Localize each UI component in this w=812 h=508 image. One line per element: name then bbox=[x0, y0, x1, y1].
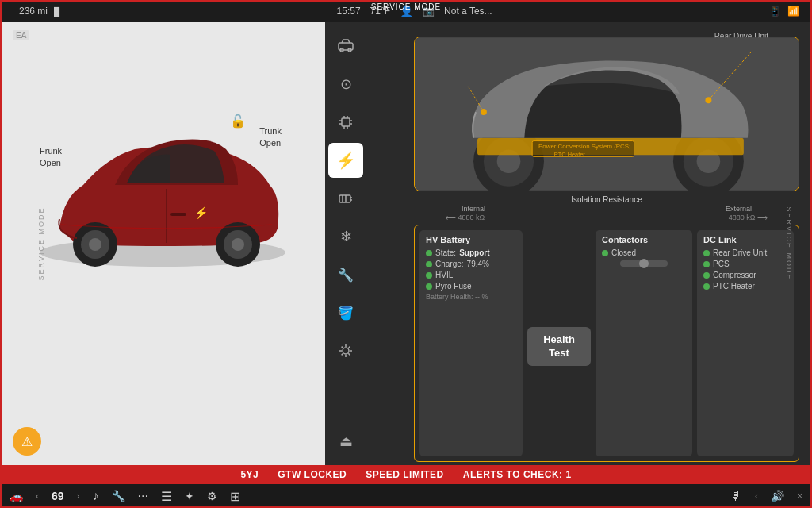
nav-snowflake[interactable]: ❄ bbox=[328, 219, 363, 254]
warning-button[interactable]: ⚠ bbox=[13, 427, 41, 456]
external-label: External bbox=[726, 205, 752, 213]
status-bar-left: SERVICE MODE 236 mi █ bbox=[13, 6, 59, 17]
diagram-area: Rear Drive Unit Compressor bbox=[366, 22, 812, 465]
taskbar-music-icon[interactable]: ♪ bbox=[93, 489, 99, 503]
state-label: State: bbox=[435, 248, 456, 257]
left-panel: SERVICE MODE EA bbox=[0, 22, 325, 465]
internal-value: ⟵ 4880 kΩ bbox=[446, 214, 485, 221]
nav-steering[interactable]: ⊙ bbox=[328, 67, 363, 102]
service-mode-top: SERVICE MODE bbox=[371, 2, 442, 11]
wifi-icon: 📶 bbox=[787, 6, 799, 17]
charge-value: 79.4% bbox=[467, 260, 489, 268]
nav-logout[interactable]: ⏏ bbox=[328, 424, 363, 459]
nav-power-active[interactable]: ⚡ bbox=[328, 143, 363, 178]
taskbar-list-icon[interactable]: ☰ bbox=[161, 489, 172, 504]
main-content: SERVICE MODE EA bbox=[0, 22, 812, 465]
charge-dot bbox=[426, 261, 432, 267]
taskbar-star-icon[interactable]: ✦ bbox=[185, 490, 194, 502]
dc-rear-label: Rear Drive Unit bbox=[713, 248, 767, 257]
dc-ptc-dot bbox=[703, 283, 710, 290]
right-panel: ⊙ ⚡ ❄ 🔧 🪣 ⏏ Rear Drive Unit Compressor bbox=[325, 22, 812, 465]
charge-row: Charge: 79.4% bbox=[426, 260, 516, 268]
nav-battery[interactable] bbox=[328, 181, 363, 216]
taskbar: 🚗 ‹ 69 › ♪ 🔧 ··· ☰ ✦ ⚙ ⊞ 🎙 ‹ 🔊 × bbox=[0, 484, 812, 508]
taskbar-settings-icon[interactable]: ⚙ bbox=[207, 490, 217, 502]
pyro-dot bbox=[426, 283, 432, 290]
svg-text:⚡: ⚡ bbox=[194, 206, 209, 220]
range-display: 236 mi bbox=[19, 6, 48, 17]
taskbar-grid-icon[interactable]: ⊞ bbox=[230, 489, 240, 504]
taskbar-podcast-icon[interactable]: 🎙 bbox=[730, 489, 742, 503]
dc-link-panel: DC Link Rear Drive Unit PCS Compressor bbox=[697, 230, 794, 456]
svg-rect-22 bbox=[339, 195, 350, 202]
closed-label: Closed bbox=[611, 248, 636, 257]
dc-comp-dot bbox=[703, 272, 710, 279]
nav-chip[interactable] bbox=[328, 105, 363, 140]
pyro-label: Pyro Fuse bbox=[435, 282, 472, 291]
dc-pcs-dot bbox=[703, 261, 710, 267]
taskbar-vol-left[interactable]: ‹ bbox=[755, 491, 758, 502]
nav-car[interactable] bbox=[328, 29, 363, 64]
trunk-open-label: Trunk Open bbox=[259, 125, 282, 150]
taskbar-vol-right[interactable]: × bbox=[797, 491, 802, 502]
taskbar-left-arrow[interactable]: ‹ bbox=[36, 491, 39, 502]
nav-wrench[interactable]: 🔧 bbox=[328, 257, 363, 292]
side-nav: ⊙ ⚡ ❄ 🔧 🪣 ⏏ bbox=[325, 22, 366, 465]
car-diagram-svg: Power Conversion System (PCS; PTC Heater bbox=[415, 37, 799, 190]
vin-display: 5YJ bbox=[240, 469, 259, 480]
gtw-locked-label: GTW LOCKED bbox=[278, 469, 347, 480]
taskbar-car-icon[interactable]: 🚗 bbox=[10, 490, 23, 502]
svg-text:PTC Heater: PTC Heater bbox=[554, 151, 586, 158]
taskbar-wrench-icon[interactable]: 🔧 bbox=[112, 490, 125, 502]
status-bar-right: 📱 📶 bbox=[769, 6, 799, 17]
battery-display: █ bbox=[54, 7, 59, 16]
charge-label: Charge: bbox=[435, 260, 464, 268]
svg-point-6 bbox=[232, 238, 244, 251]
svg-point-39 bbox=[481, 109, 487, 115]
svg-point-3 bbox=[89, 238, 102, 251]
contactors-panel: Contactors Closed bbox=[596, 230, 692, 456]
info-panels-container: HV Battery State: Support Charge: 79.4% … bbox=[414, 225, 799, 462]
taskbar-menu-icon[interactable]: ··· bbox=[138, 489, 148, 503]
isolation-title: Isolation Resistance bbox=[414, 195, 799, 204]
hvil-label: HVIL bbox=[435, 271, 453, 279]
alerts-label: ALERTS TO CHECK: 1 bbox=[463, 469, 572, 480]
isolation-values-row: ⟵ 4880 kΩ 4880 kΩ ⟶ bbox=[414, 214, 799, 221]
tablet-icon: 📱 bbox=[769, 6, 781, 17]
dc-comp-row: Compressor bbox=[703, 271, 787, 279]
health-test-button[interactable]: Health Test bbox=[527, 327, 591, 367]
svg-text:Power Conversion System (PCS;: Power Conversion System (PCS; bbox=[538, 143, 630, 150]
car-diagram-box: Power Conversion System (PCS; PTC Heater bbox=[414, 37, 799, 191]
service-mode-right-label: SERVICE MODE bbox=[786, 207, 794, 281]
svg-rect-13 bbox=[342, 118, 350, 126]
battery-health-label: Battery Health: -- % bbox=[426, 293, 516, 301]
dc-link-title: DC Link bbox=[703, 235, 787, 244]
service-mode-left-label: SERVICE MODE bbox=[37, 207, 45, 281]
time-display: 15:57 bbox=[337, 6, 361, 17]
nav-bucket[interactable]: 🪣 bbox=[328, 295, 363, 330]
lock-icon: 🔓 bbox=[230, 114, 246, 129]
warning-icon: ⚠ bbox=[21, 434, 33, 449]
taskbar-vol-icon[interactable]: 🔊 bbox=[771, 490, 784, 502]
pyro-row: Pyro Fuse bbox=[426, 282, 516, 291]
dc-comp-label: Compressor bbox=[713, 271, 756, 279]
state-row: State: Support bbox=[426, 248, 516, 257]
not-tesla-label: Not a Tes... bbox=[444, 6, 492, 17]
ea-label: EA bbox=[13, 30, 29, 40]
taskbar-number: 69 bbox=[52, 490, 64, 502]
dc-rear-row: Rear Drive Unit bbox=[703, 248, 787, 257]
hv-battery-title: HV Battery bbox=[426, 235, 516, 244]
car-illustration: ⚡ bbox=[12, 70, 313, 332]
slider-thumb bbox=[639, 259, 649, 268]
closed-row: Closed bbox=[602, 248, 686, 257]
dc-ptc-label: PTC Heater bbox=[713, 282, 755, 291]
isolation-sub-row: Internal External bbox=[414, 205, 799, 213]
svg-rect-8 bbox=[170, 213, 186, 216]
status-bar: SERVICE MODE 236 mi █ 15:57 71°F 👤 📷 Not… bbox=[0, 0, 812, 22]
dc-pcs-row: PCS bbox=[703, 260, 787, 268]
svg-point-27 bbox=[343, 348, 349, 354]
contactors-slider[interactable] bbox=[620, 260, 668, 267]
nav-engine2[interactable] bbox=[328, 333, 363, 368]
hv-battery-panel: HV Battery State: Support Charge: 79.4% … bbox=[419, 230, 523, 456]
taskbar-right-arrow[interactable]: › bbox=[77, 491, 80, 502]
